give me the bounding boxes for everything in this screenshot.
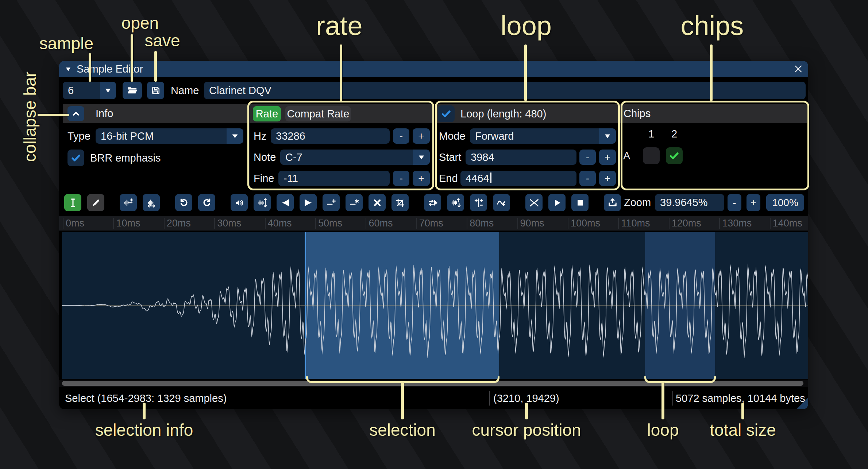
annotation-line-cursor-position [525, 403, 528, 419]
status-total-size: 5072 samples, 10144 bytes [676, 390, 805, 407]
annotation-line-sample [89, 53, 91, 82]
apply-filter-button[interactable] [493, 194, 510, 211]
undo-button[interactable] [175, 194, 192, 211]
ruler-label: 60ms [369, 216, 393, 230]
trim-icon [395, 198, 405, 208]
crossfade-loop-button[interactable] [525, 194, 543, 211]
invert-icon [451, 198, 461, 208]
stop-preview-button[interactable] [571, 194, 589, 211]
zoom-out-button[interactable]: - [728, 194, 741, 211]
delete-button[interactable] [369, 194, 386, 211]
wave-plus-icon [123, 198, 134, 208]
signed-unsigned-button[interactable] [470, 194, 487, 211]
title-bar[interactable]: Sample Editor [59, 61, 808, 77]
annotation-cursor-position: cursor position [472, 420, 581, 440]
speaker-icon [234, 198, 244, 208]
resize-button[interactable] [120, 194, 137, 211]
brr-emphasis-checkbox[interactable] [67, 150, 84, 166]
ruler-tick [719, 218, 720, 229]
annotation-save: save [144, 31, 180, 50]
amplify-button[interactable] [231, 194, 248, 211]
redo-button[interactable] [198, 194, 215, 211]
redo-icon [202, 198, 212, 208]
pencil-icon [91, 198, 101, 208]
chevron-down-icon[interactable] [100, 82, 116, 99]
trim-button[interactable] [391, 194, 409, 211]
ruler-label: 0ms [66, 216, 84, 230]
ruler-tick [63, 218, 63, 229]
annotation-loop: loop [501, 10, 552, 41]
annotation-line-save [154, 51, 157, 82]
zoom-label: Zoom [624, 194, 651, 211]
annotation-open: open [121, 13, 159, 33]
sign-icon [474, 198, 484, 208]
wave-updown-icon [257, 198, 267, 208]
ruler-tick [467, 218, 467, 229]
delete-x-icon [372, 198, 382, 208]
zoom-input[interactable]: 39.9645% [655, 194, 724, 211]
annotation-rate: rate [316, 10, 363, 41]
close-icon[interactable] [793, 64, 803, 74]
name-input[interactable]: Clarinet DQV [204, 82, 806, 99]
info-panel-title: Info [96, 104, 113, 123]
ruler-tick [315, 218, 316, 229]
draw-tool-button[interactable] [87, 194, 104, 211]
ruler-label: 120ms [672, 216, 701, 230]
window-collapse-icon[interactable] [65, 66, 72, 72]
chevron-down-icon[interactable] [227, 128, 243, 144]
resize-grip[interactable] [796, 398, 808, 409]
zoom-reset-button[interactable]: 100% [766, 194, 804, 211]
annotation-box-loop [435, 101, 620, 190]
ruler-tick [517, 218, 518, 229]
annotation-box-chips [621, 101, 809, 190]
apply-silence-button[interactable] [346, 194, 363, 211]
annotation-collapse-bar: collapse bar [20, 62, 40, 171]
screenshot-root: Sample Editor 6 Name Clarinet DQV Info T… [0, 0, 868, 469]
select-tool-button[interactable] [64, 194, 81, 211]
waveform-canvas [62, 232, 808, 379]
name-label: Name [171, 82, 199, 99]
sample-select[interactable]: 6 [63, 82, 116, 99]
save-button[interactable] [147, 82, 164, 99]
floppy-disk-icon [151, 85, 161, 96]
annotation-line-loop [524, 44, 527, 101]
ruler-tick [568, 218, 568, 229]
ruler-tick [164, 218, 165, 229]
sample-select-value: 6 [63, 82, 100, 99]
collapse-bar-button[interactable] [67, 106, 84, 121]
status-divider [672, 391, 673, 406]
ruler-tick [669, 218, 670, 229]
ruler-label: 10ms [116, 216, 140, 230]
ruler-label: 50ms [318, 216, 342, 230]
zoom-in-button[interactable]: + [747, 194, 760, 211]
open-button[interactable] [123, 82, 142, 99]
reverse-button[interactable] [424, 194, 441, 211]
reverse-icon [428, 198, 438, 208]
resample-button[interactable] [143, 194, 160, 211]
type-select[interactable]: 16-bit PCM [96, 128, 243, 144]
annotation-sample: sample [39, 34, 93, 53]
waveform-view[interactable] [62, 232, 808, 379]
ruler-label: 130ms [722, 216, 752, 230]
annotation-line-collapse-bar [38, 114, 69, 116]
stop-icon [575, 198, 585, 208]
invert-button[interactable] [447, 194, 464, 211]
ruler-label: 90ms [520, 216, 544, 230]
annotation-selection: selection [369, 420, 436, 440]
annotation-line-selection [401, 382, 404, 419]
fade-out-button[interactable] [300, 194, 317, 211]
ruler-tick [214, 218, 215, 229]
ruler-label: 20ms [167, 216, 191, 230]
ruler-label: 70ms [419, 216, 443, 230]
time-ruler: 0ms10ms20ms30ms40ms50ms60ms70ms80ms90ms1… [59, 216, 808, 231]
ruler-label: 30ms [217, 216, 241, 230]
status-divider [489, 391, 490, 406]
annotation-selection-info: selection info [95, 420, 193, 440]
type-select-value: 16-bit PCM [96, 128, 227, 144]
create-instrument-button[interactable] [604, 194, 621, 211]
normalize-button[interactable] [254, 194, 271, 211]
fade-in-button[interactable] [277, 194, 294, 211]
insert-silence-button[interactable] [323, 194, 340, 211]
preview-button[interactable] [548, 194, 566, 211]
annotation-line-total-size [741, 403, 744, 419]
